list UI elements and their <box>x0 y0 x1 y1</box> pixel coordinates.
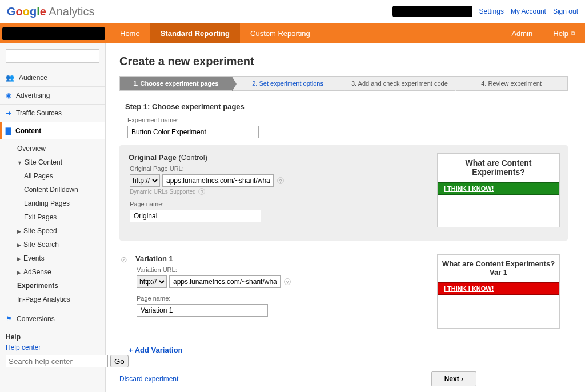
wizard-steps: 1. Choose experiment pages 2. Set experi… <box>119 76 568 91</box>
sidebar-site-speed[interactable]: ▶Site Speed <box>11 224 105 238</box>
sidebar-site-content[interactable]: ▼Site Content <box>11 155 105 169</box>
wizard-step-2[interactable]: 2. Set experiment options <box>232 77 344 90</box>
experiment-name-label: Experiment name: <box>127 117 568 123</box>
traffic-icon <box>6 109 11 117</box>
variation-url-label: Variation URL: <box>137 266 437 273</box>
sidebar-exit-pages[interactable]: Exit Pages <box>11 210 105 224</box>
sidebar-traffic-sources[interactable]: Traffic Sources <box>0 105 105 122</box>
sidebar-search-input[interactable] <box>6 49 99 63</box>
experiment-name-input[interactable] <box>127 126 259 138</box>
sidebar-events[interactable]: ▶Events <box>11 251 105 265</box>
sidebar-site-search[interactable]: ▶Site Search <box>11 238 105 251</box>
sidebar-content[interactable]: Content <box>0 122 105 139</box>
settings-link[interactable]: Settings <box>479 7 504 15</box>
caret-down-icon: ▼ <box>17 160 22 166</box>
help-icon[interactable]: ? <box>198 188 205 195</box>
wizard-step-3[interactable]: 3. Add and check experiment code <box>344 77 456 90</box>
property-redacted <box>2 27 105 40</box>
my-account-link[interactable]: My Account <box>511 7 546 15</box>
variation-1-title: Variation 1 <box>135 254 437 263</box>
caret-right-icon: ▶ <box>17 242 21 248</box>
variation-protocol-select[interactable]: http:// <box>137 275 167 288</box>
sidebar-adsense[interactable]: ▶AdSense <box>11 265 105 279</box>
discard-experiment-link[interactable]: Discard experiment <box>119 375 178 383</box>
original-name-input[interactable] <box>130 210 261 222</box>
original-name-label: Page name: <box>130 201 437 207</box>
audience-icon <box>6 74 14 82</box>
original-page-title: Original Page (Control) <box>129 153 437 162</box>
external-link-icon: ⧉ <box>571 30 575 37</box>
add-variation-button[interactable]: + Add Variation <box>129 346 568 354</box>
sidebar-audience[interactable]: Audience <box>0 69 105 86</box>
wizard-step-1[interactable]: 1. Choose experiment pages <box>120 77 232 90</box>
variation-preview: What are Content Experiments? Var 1 I TH… <box>437 254 560 329</box>
nav-home[interactable]: Home <box>110 23 150 43</box>
google-analytics-logo: Google Analytics <box>7 5 94 18</box>
wizard-step-4[interactable]: 4. Review experiment <box>455 77 567 90</box>
caret-right-icon: ▶ <box>17 256 21 262</box>
help-search-input[interactable] <box>6 355 108 367</box>
sidebar-conversions[interactable]: Conversions <box>0 310 105 327</box>
sidebar-landing-pages[interactable]: Landing Pages <box>11 197 105 210</box>
nav-admin[interactable]: Admin <box>501 23 543 43</box>
sidebar-all-pages[interactable]: All Pages <box>11 169 105 183</box>
sidebar-content-drilldown[interactable]: Content Drilldown <box>11 183 105 197</box>
variation-name-label: Page name: <box>137 295 437 302</box>
remove-variation-icon[interactable]: ⊘ <box>121 255 127 329</box>
caret-right-icon: ▶ <box>17 270 21 275</box>
help-icon[interactable]: ? <box>277 177 284 184</box>
preview-cta-button: I THINK I KNOW! <box>438 282 559 295</box>
help-center-link[interactable]: Help center <box>6 343 99 351</box>
advertising-icon <box>6 91 11 99</box>
content-icon <box>6 127 11 135</box>
next-button[interactable]: Next › <box>431 371 476 386</box>
original-url-label: Original Page URL: <box>130 165 437 172</box>
preview-title: What are Content Experiments? <box>438 154 559 180</box>
help-icon[interactable]: ? <box>284 278 291 285</box>
page-title: Create a new experiment <box>119 55 568 68</box>
help-heading: Help <box>6 333 99 341</box>
original-protocol-select[interactable]: http:// <box>130 174 160 187</box>
sidebar-in-page-analytics[interactable]: In-Page Analytics <box>11 293 105 306</box>
variation-name-input[interactable] <box>137 304 268 317</box>
preview-title: What are Content Experiments? Var 1 <box>438 255 559 280</box>
original-preview: What are Content Experiments? I THINK I … <box>437 153 560 227</box>
sidebar-advertising[interactable]: Advertising <box>0 87 105 104</box>
step-heading: Step 1: Choose experiment pages <box>125 102 568 111</box>
nav-custom-reporting[interactable]: Custom Reporting <box>240 23 320 43</box>
caret-right-icon: ▶ <box>17 229 21 234</box>
account-redacted <box>392 6 472 17</box>
conversions-icon <box>6 315 12 323</box>
sidebar-overview[interactable]: Overview <box>11 142 105 155</box>
dynamic-url-hint: Dynamic URLs Supported ? <box>130 188 437 195</box>
sidebar-experiments[interactable]: Experiments <box>11 279 105 293</box>
nav-standard-reporting[interactable]: Standard Reporting <box>150 23 240 43</box>
preview-cta-button: I THINK I KNOW! <box>438 182 559 195</box>
sign-out-link[interactable]: Sign out <box>553 7 578 15</box>
original-url-input[interactable] <box>162 174 274 187</box>
variation-url-input[interactable] <box>169 275 281 288</box>
nav-help[interactable]: Help⧉ <box>543 23 585 43</box>
